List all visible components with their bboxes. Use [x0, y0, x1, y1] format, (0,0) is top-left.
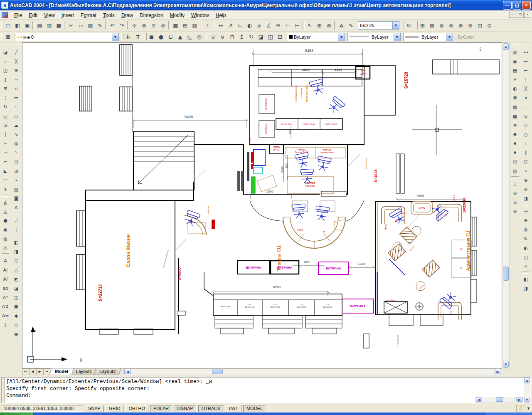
circle-icon[interactable]: ○: [12, 111, 21, 121]
menu-edit[interactable]: Edit: [25, 11, 41, 20]
menu-window[interactable]: Window: [188, 11, 212, 20]
intersect-icon[interactable]: ⊓: [227, 32, 237, 42]
snap-nearest-icon[interactable]: ⊗: [521, 175, 530, 185]
pan-realtime-icon[interactable]: ⊹: [130, 21, 139, 30]
nw-isometric-icon[interactable]: △: [12, 265, 21, 274]
hide-icon[interactable]: ◍: [510, 47, 520, 57]
scale-icon[interactable]: ◱: [1, 111, 10, 121]
zoom-window-icon[interactable]: ⊞: [418, 21, 427, 30]
mapping-icon[interactable]: ▦: [510, 102, 520, 111]
menu-format[interactable]: Format: [77, 11, 100, 20]
right-view-icon[interactable]: ▣: [12, 302, 21, 311]
open-icon[interactable]: ◧: [13, 21, 22, 30]
scroll-down-icon[interactable]: ▼: [503, 361, 509, 368]
menu-help[interactable]: Help: [212, 11, 229, 20]
back-clip-on-icon[interactable]: ◨: [521, 284, 530, 293]
mtext-draw-icon[interactable]: A: [12, 203, 21, 212]
mtext-icon[interactable]: A: [1, 256, 10, 265]
match-properties-icon[interactable]: ✎: [95, 21, 105, 30]
find-replace-icon[interactable]: ab: [1, 284, 10, 293]
top-view-icon[interactable]: ◬: [1, 207, 10, 216]
front-view-icon[interactable]: ◆: [12, 311, 21, 320]
justify-text-icon[interactable]: A=: [1, 311, 10, 320]
fillet-icon[interactable]: ◠: [1, 175, 10, 185]
tab-layout2[interactable]: Layout2: [94, 368, 121, 375]
construction-line-icon[interactable]: ╳: [12, 57, 21, 66]
chevron-down-icon[interactable]: ▼: [338, 33, 345, 41]
landscape-new-icon[interactable]: ♣: [510, 130, 520, 139]
materials-icon[interactable]: ◐: [510, 84, 520, 93]
edit-text-icon[interactable]: A/: [1, 274, 10, 284]
3d-orbit-icon[interactable]: ◎: [521, 225, 530, 234]
torus-icon[interactable]: ◎: [195, 32, 204, 42]
menu-dimension[interactable]: Dimension: [136, 11, 167, 20]
dim-update-icon[interactable]: ↻: [404, 21, 414, 30]
revision-cloud-icon[interactable]: ☁: [12, 121, 21, 130]
plot-icon[interactable]: ▤: [35, 21, 44, 30]
drawing-canvas[interactable]: 5453549018001300163160090022408831306626…: [22, 42, 502, 368]
dim-aligned-icon[interactable]: ⇗: [226, 21, 235, 30]
minimize-button[interactable]: —: [503, 1, 512, 10]
ne-isometric-icon[interactable]: ▽: [12, 256, 21, 265]
color-combo[interactable]: ByLayer ▼: [287, 33, 345, 41]
dim-continue-icon[interactable]: ⊢: [293, 21, 302, 30]
tab-nav-1-icon[interactable]: ◀: [29, 368, 36, 375]
horizontal-scrollbar[interactable]: ◀ ▶: [123, 368, 502, 375]
lights-icon[interactable]: ☀: [510, 75, 520, 84]
wireframe-icon[interactable]: ◎: [1, 243, 10, 252]
fog-icon[interactable]: ≋: [510, 121, 520, 130]
mdi-close-button[interactable]: ×: [524, 12, 531, 18]
mirror-icon[interactable]: ◫: [1, 66, 10, 75]
command-history[interactable]: [All/Center/Dynamic/Extents/Previous/Sca…: [5, 378, 524, 403]
save-icon[interactable]: ▣: [22, 21, 32, 30]
convert-units-icon[interactable]: ⊥: [1, 320, 10, 329]
chevron-down-icon[interactable]: ▼: [394, 33, 400, 41]
se-isometric-icon[interactable]: ◨: [12, 247, 21, 256]
camera-icon[interactable]: ◉: [12, 329, 21, 338]
dim-baseline-icon[interactable]: ⊨: [283, 21, 293, 30]
tab-nav-0-icon[interactable]: ⇤: [22, 368, 29, 375]
dim-style-combo[interactable]: ISO-25 ▼: [358, 21, 399, 30]
sphere-icon[interactable]: ●: [156, 32, 166, 42]
snap-midpoint-icon[interactable]: ⊺: [521, 75, 530, 84]
toggle-osnap[interactable]: OSNAP: [174, 405, 197, 412]
command-scrollbar[interactable]: ▲ ▼: [524, 378, 530, 403]
materials-library-icon[interactable]: ≣: [510, 93, 520, 102]
toggle-lwt[interactable]: LWT: [226, 405, 241, 412]
top-icon[interactable]: ◩: [12, 274, 21, 284]
toggle-polar[interactable]: POLAR: [150, 405, 172, 412]
render-icon[interactable]: ◉: [510, 57, 520, 66]
snap-center-icon[interactable]: ⊙: [521, 111, 530, 121]
snap-apparent-intersection-icon[interactable]: ×: [521, 93, 530, 102]
hidden-mode-icon[interactable]: ◍: [1, 234, 10, 243]
trim-icon[interactable]: ∤: [1, 130, 10, 139]
quick-dimension-icon[interactable]: ≡: [273, 21, 283, 30]
cone-icon[interactable]: ▲: [175, 32, 185, 42]
sw-isometric-icon[interactable]: ◧: [12, 238, 21, 247]
3d-pan-icon[interactable]: ⊹: [521, 207, 530, 216]
make-block-icon[interactable]: ⊞: [12, 166, 21, 175]
tool-palettes-icon[interactable]: ▧: [190, 21, 200, 30]
insert-block-icon[interactable]: ⊡: [12, 157, 21, 166]
shade-gouraud-icon[interactable]: ◉: [1, 225, 10, 234]
close-button[interactable]: ×: [522, 1, 531, 10]
designcenter-icon[interactable]: ⊞: [180, 21, 190, 30]
plot-preview-icon[interactable]: ▥: [44, 21, 54, 30]
windows-taskbar[interactable]: [0, 413, 532, 415]
toggle-ortho[interactable]: ORTHO: [125, 405, 148, 412]
layer-combo[interactable]: ●☀◙▪■ 0 ▼: [15, 33, 119, 41]
scroll-down-icon[interactable]: ▼: [524, 397, 530, 403]
section-icon[interactable]: ◫: [266, 32, 275, 42]
ellipse-icon[interactable]: ◎: [12, 139, 21, 148]
start-button-edge[interactable]: [0, 413, 33, 415]
dim-angular-icon[interactable]: ∠: [264, 21, 273, 30]
wedge-icon[interactable]: ◺: [185, 32, 195, 42]
union-icon[interactable]: ⊍: [208, 32, 218, 42]
command-hscroll-thumb[interactable]: [496, 397, 503, 402]
multiline-icon[interactable]: ≋: [12, 66, 21, 75]
center-mark-icon[interactable]: ⊕: [324, 21, 334, 30]
dim-ordinate-icon[interactable]: ∟: [235, 21, 245, 30]
named-views-icon[interactable]: ◭: [1, 198, 10, 207]
3d-zoom-icon[interactable]: ⊕: [521, 216, 530, 225]
mdi-restore-button[interactable]: ◱: [517, 12, 524, 18]
